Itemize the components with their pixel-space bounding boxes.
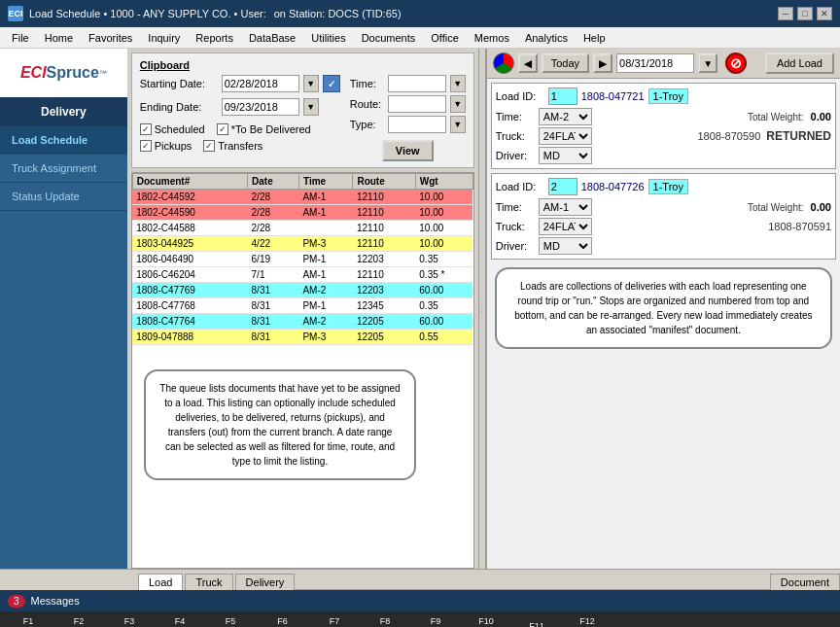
pickups-check[interactable]: Pickups <box>140 140 192 152</box>
load2-truck-select[interactable]: 24FLAT <box>539 218 592 235</box>
fkey-f2[interactable]: F2Import <box>54 614 103 627</box>
loads-panel: ◀ Today ▶ ▼ ⊘ Add Load Load ID: 1808-047… <box>486 49 840 569</box>
sidebar-nav: Load Schedule Truck Assignment Status Up… <box>0 126 127 211</box>
fkey-f10[interactable]: F10Menu <box>462 614 510 627</box>
ending-date-input[interactable] <box>222 98 299 116</box>
load2-time-label: Time: <box>496 201 535 213</box>
logo-spruce: Spruce <box>47 64 99 82</box>
load1-total-weight-label: Total Weight: <box>748 112 804 122</box>
load2-time-select[interactable]: AM-1 <box>539 198 592 216</box>
table-row[interactable]: 1802-C44590 2/28 AM-1 12110 10.00 <box>132 205 472 221</box>
time-dropdown[interactable]: ▼ <box>450 75 466 92</box>
transfers-check[interactable]: Transfers <box>203 140 262 152</box>
next-button[interactable]: ▶ <box>593 53 612 73</box>
load1-driver-select[interactable]: MD <box>539 147 592 164</box>
fkey-f3[interactable]: F3Style <box>105 614 154 627</box>
menu-inquiry[interactable]: Inquiry <box>140 30 188 46</box>
table-row[interactable]: 1808-C47769 8/31 AM-2 12203 60.00 <box>132 283 472 298</box>
to-be-delivered-check[interactable]: *To Be Delivered <box>217 123 311 135</box>
maximize-button[interactable]: □ <box>797 7 813 20</box>
load1-id-input[interactable] <box>548 87 578 105</box>
add-load-button[interactable]: Add Load <box>765 52 834 74</box>
fkey-f5[interactable]: F5Status <box>206 614 255 627</box>
close-button[interactable]: ✕ <box>817 7 832 20</box>
loads-date-dropdown[interactable]: ▼ <box>698 53 718 73</box>
load1-time-select[interactable]: AM-2 <box>539 108 592 125</box>
starting-date-row: Starting Date: ▼ ✓ <box>140 75 340 92</box>
prev-button[interactable]: ◀ <box>518 53 538 73</box>
transfers-checkbox[interactable] <box>203 140 215 152</box>
app-icon: ECI <box>8 6 23 21</box>
checkboxes-row2: Pickups Transfers <box>140 140 340 152</box>
menu-reports[interactable]: Reports <box>188 30 241 46</box>
checkboxes-row: Scheduled *To Be Delivered <box>140 123 340 135</box>
sidebar-item-truck-assignment[interactable]: Truck Assignment <box>0 155 127 183</box>
type-dropdown[interactable]: ▼ <box>450 116 466 133</box>
menu-utilities[interactable]: Utilities <box>303 30 353 46</box>
time-input[interactable] <box>388 75 446 92</box>
fkey-f12[interactable]: F12Process <box>563 614 612 627</box>
fkey-f4[interactable]: F4Folders <box>156 614 204 627</box>
fkey-f11[interactable]: F11 <box>512 619 561 627</box>
ending-date-label: Ending Date: <box>140 101 218 113</box>
pickups-checkbox[interactable] <box>140 140 152 152</box>
route-dropdown[interactable]: ▼ <box>450 95 466 113</box>
load-item-2: Load ID: 1808-047726 1-Troy Time: AM-1 T… <box>491 173 836 260</box>
menu-bar: File Home Favorites Inquiry Reports Data… <box>0 27 840 49</box>
tab-load[interactable]: Load <box>138 574 183 590</box>
table-row[interactable]: 1802-C44592 2/28 AM-1 12110 10.00 <box>132 190 472 205</box>
sidebar-item-status-update[interactable]: Status Update <box>0 183 127 211</box>
type-input[interactable] <box>388 116 446 133</box>
load1-status: RETURNED <box>766 129 831 143</box>
fkey-f1[interactable]: F1Next <box>4 614 52 627</box>
fkey-f6[interactable]: F6Summary <box>257 614 308 627</box>
today-button[interactable]: Today <box>542 53 589 73</box>
time-row: Time: ▼ <box>350 75 466 92</box>
fkey-bar: F1NextF2ImportF3StyleF4FoldersF5StatusF6… <box>0 611 840 627</box>
route-input[interactable] <box>388 95 446 113</box>
col-document: Document# <box>132 174 247 190</box>
table-row[interactable]: 1808-C47768 8/31 PM-1 12345 0.35 <box>132 298 472 314</box>
table-row[interactable]: 1803-044925 4/22 PM-3 12110 10.00 <box>132 236 472 252</box>
fkey-f8[interactable]: F8Print <box>361 614 409 627</box>
minimize-button[interactable]: ─ <box>778 7 793 20</box>
table-row[interactable]: 1802-C44588 2/28 12110 10.00 <box>132 221 472 236</box>
document-table-container: Document# Date Time Route Wgt 1802-C4459… <box>131 172 474 569</box>
load2-driver-select[interactable]: MD <box>539 237 592 255</box>
menu-database[interactable]: DataBase <box>241 30 303 46</box>
logo-eci: ECI <box>20 64 47 82</box>
tab-truck[interactable]: Truck <box>185 574 232 590</box>
scheduled-check[interactable]: Scheduled <box>140 123 205 135</box>
title-station: on Station: DOCS (TID:65) <box>274 8 402 19</box>
scheduled-checkbox[interactable] <box>140 123 152 135</box>
menu-analytics[interactable]: Analytics <box>517 30 576 46</box>
view-button[interactable]: View <box>382 140 434 161</box>
tab-document[interactable]: Document <box>770 574 840 590</box>
ending-date-dropdown[interactable]: ▼ <box>303 98 319 116</box>
menu-home[interactable]: Home <box>37 30 81 46</box>
load2-id-input[interactable] <box>548 178 578 195</box>
starting-date-input[interactable] <box>222 75 299 92</box>
table-row[interactable]: 1806-046490 6/19 PM-1 12203 0.35 <box>132 252 472 267</box>
starting-date-label: Starting Date: <box>140 78 218 89</box>
fkey-f7[interactable]: F7Refresh <box>310 614 359 627</box>
menu-favorites[interactable]: Favorites <box>81 30 140 46</box>
load1-truck-select[interactable]: 24FLAT <box>539 127 592 145</box>
fkey-f9[interactable]: F9Cancel <box>411 614 460 627</box>
menu-file[interactable]: File <box>4 30 37 46</box>
to-be-delivered-checkbox[interactable] <box>217 123 228 135</box>
sidebar-item-load-schedule[interactable]: Load Schedule <box>0 126 127 155</box>
starting-date-dropdown[interactable]: ▼ <box>303 75 319 92</box>
table-row[interactable]: 1809-047888 8/31 PM-3 12205 0.55 <box>132 330 472 345</box>
table-row[interactable]: 1806-C46204 7/1 AM-1 12110 0.35 * <box>132 267 472 283</box>
table-row[interactable]: 1808-C47764 8/31 AM-2 12205 60.00 <box>132 314 472 330</box>
panel-splitter[interactable]: ··· <box>478 49 486 569</box>
menu-memos[interactable]: Memos <box>467 30 517 46</box>
tab-delivery[interactable]: Delivery <box>235 574 296 590</box>
menu-documents[interactable]: Documents <box>354 30 424 46</box>
loads-date-input[interactable] <box>616 53 694 73</box>
menu-help[interactable]: Help <box>576 30 613 46</box>
load1-location: 1-Troy <box>648 88 688 104</box>
menu-office[interactable]: Office <box>423 30 467 46</box>
starting-date-check-icon[interactable]: ✓ <box>323 75 340 92</box>
